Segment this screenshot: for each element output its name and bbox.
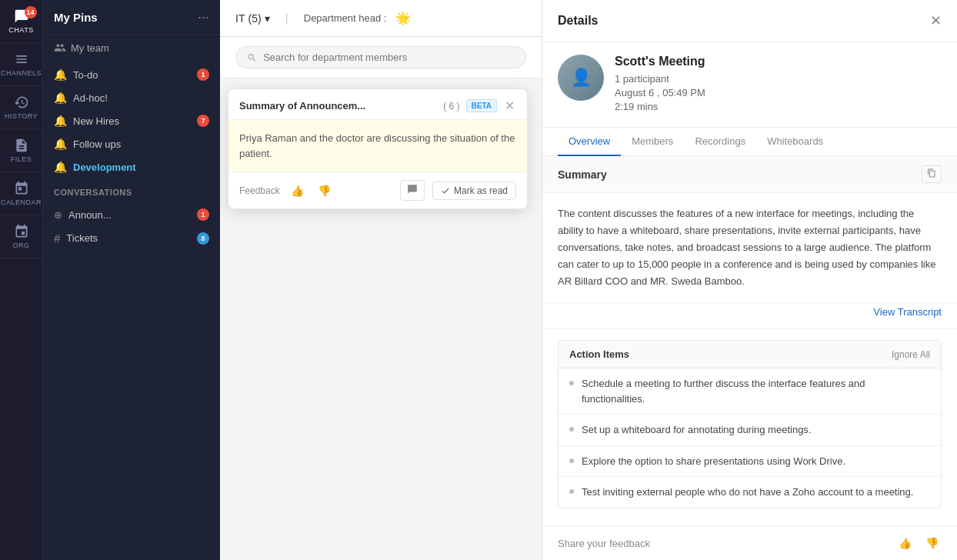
search-input[interactable] <box>263 52 515 63</box>
chevron-down-icon: ▾ <box>265 12 270 25</box>
pins-section: 🔔 To-do 1 🔔 Ad-hoc! 🔔 New Hires 7 🔔 Foll… <box>43 60 220 182</box>
meeting-info: 👤 Scott's Meeting 1 participant August 6… <box>542 42 957 128</box>
announcements-label: Announ... <box>68 209 112 221</box>
action-dot <box>569 427 574 432</box>
action-item-text: Explore the option to share presentation… <box>582 454 845 469</box>
tab-members[interactable]: Members <box>621 128 684 156</box>
dept-header: IT (5) ▾ | Department head : 🌟 <box>220 0 542 37</box>
sidebar-team[interactable]: My team <box>43 35 220 60</box>
nav-files[interactable]: FILES <box>0 129 43 172</box>
summary-section-label: Summary <box>558 168 607 181</box>
development-label: Development <box>73 162 136 173</box>
dept-head-emoji: 🌟 <box>395 11 411 25</box>
summary-popup-header: Summary of Announcem... ( 6 ) BETA ✕ <box>228 89 527 120</box>
feedback-label: Feedback <box>239 185 280 196</box>
summary-popup: Summary of Announcem... ( 6 ) BETA ✕ Pri… <box>228 88 528 209</box>
meeting-duration: 2:19 mins <box>615 101 705 112</box>
participant-count: 1 participant <box>615 73 705 85</box>
tab-overview[interactable]: Overview <box>558 128 621 156</box>
newhires-badge: 7 <box>197 115 209 127</box>
main-content: IT (5) ▾ | Department head : 🌟 Summary o… <box>220 0 542 560</box>
dept-tab[interactable]: IT (5) ▾ <box>235 12 270 25</box>
tab-recordings[interactable]: Recordings <box>684 128 756 156</box>
conversations-section: ⊕ Announ... 1 # Tickets 8 <box>43 200 220 253</box>
dept-tab-label: IT <box>235 12 245 25</box>
details-panel: Details ✕ 👤 Scott's Meeting 1 participan… <box>542 0 957 560</box>
summary-text: The content discusses the features of a … <box>542 193 957 303</box>
meeting-title: Scott's Meeting <box>615 55 705 68</box>
ignore-all-btn[interactable]: Ignore All <box>892 349 930 360</box>
action-item: Schedule a meeting to further discuss th… <box>559 368 941 415</box>
dept-tab-count: (5) <box>248 12 261 25</box>
globe-icon: ⊕ <box>54 209 62 221</box>
icon-nav: 14 CHATS CHANNELS HISTORY FILES CALENDAR… <box>0 0 43 560</box>
action-dot <box>569 489 574 494</box>
search-area <box>220 37 542 78</box>
action-items-header: Action Items Ignore All <box>559 341 941 368</box>
thumbs-down-btn[interactable]: 👎 <box>315 183 334 198</box>
todo-label: To-do <box>73 69 98 81</box>
view-transcript-link[interactable]: View Transcript <box>542 303 957 329</box>
hash-icon: # <box>54 232 60 245</box>
sidebar-item-development[interactable]: 🔔 Development <box>43 155 220 178</box>
thumbs-up-btn[interactable]: 👍 <box>288 183 307 198</box>
bell-icon-development: 🔔 <box>54 161 67 173</box>
adhoc-label: Ad-hoc! <box>73 92 108 104</box>
nav-channels[interactable]: CHANNELS <box>0 43 43 86</box>
summary-section-header: Summary <box>542 156 957 193</box>
feedback-thumbs-up-btn[interactable]: 👍 <box>895 535 915 551</box>
tickets-label: Tickets <box>66 232 98 244</box>
avatar: 👤 <box>558 55 604 101</box>
action-items-title: Action Items <box>569 348 629 360</box>
chats-badge: 14 <box>25 6 37 18</box>
copy-summary-btn[interactable] <box>922 165 942 183</box>
sidebar-item-adhoc[interactable]: 🔔 Ad-hoc! <box>43 86 220 109</box>
summary-close-btn[interactable]: ✕ <box>503 98 516 113</box>
sidebar-header: My Pins ··· <box>43 0 220 35</box>
action-item: Test inviting external people who do not… <box>559 477 941 508</box>
details-tabs: Overview Members Recordings Whiteboards <box>542 128 957 156</box>
sidebar-title: My Pins <box>54 11 98 24</box>
sidebar-item-followups[interactable]: 🔔 Follow ups <box>43 132 220 155</box>
newhires-label: New Hires <box>73 115 119 127</box>
followups-label: Follow ups <box>73 138 121 150</box>
sidebar-item-todo[interactable]: 🔔 To-do 1 <box>43 63 220 86</box>
tab-whiteboards[interactable]: Whiteboards <box>756 128 834 156</box>
message-btn[interactable] <box>400 180 425 201</box>
summary-popup-body: Priya Raman and the doctor are discussin… <box>228 120 527 172</box>
mark-as-read-btn[interactable]: Mark as read <box>432 182 516 200</box>
search-box <box>235 46 526 68</box>
todo-badge: 1 <box>197 68 209 81</box>
nav-calendar[interactable]: CALENDAR <box>0 172 43 215</box>
action-item-text: Schedule a meeting to further discuss th… <box>582 376 930 406</box>
action-item-text: Set up a whiteboard for annotating durin… <box>582 422 811 438</box>
sidebar-item-newhires[interactable]: 🔔 New Hires 7 <box>43 109 220 132</box>
action-item: Set up a whiteboard for annotating durin… <box>559 415 941 446</box>
action-item-text: Test inviting external people who do not… <box>582 485 913 500</box>
feedback-thumbs-down-btn[interactable]: 👎 <box>922 535 942 551</box>
details-body: Summary The content discusses the featur… <box>542 156 957 525</box>
nav-chats[interactable]: 14 CHATS <box>0 0 43 43</box>
summary-popup-title: Summary of Announcem... <box>239 100 437 112</box>
details-panel-title: Details <box>558 14 598 28</box>
beta-badge: BETA <box>466 99 497 112</box>
sidebar-item-announcements[interactable]: ⊕ Announ... 1 <box>43 203 220 226</box>
sidebar-item-tickets[interactable]: # Tickets 8 <box>43 226 220 250</box>
bell-icon-todo: 🔔 <box>54 68 67 81</box>
conversations-section-label: Conversations <box>43 182 220 200</box>
dept-head-label: Department head : <box>304 12 387 24</box>
summary-popup-count: ( 6 ) <box>443 101 459 112</box>
feedback-placeholder: Share your feedback <box>558 538 888 549</box>
team-label: My team <box>71 42 109 54</box>
action-dot <box>569 381 574 385</box>
details-feedback: Share your feedback 👍 👎 <box>542 525 957 560</box>
dept-divider: | <box>285 12 288 25</box>
bell-icon-newhires: 🔔 <box>54 115 67 127</box>
details-close-btn[interactable]: ✕ <box>930 12 942 29</box>
nav-history[interactable]: HISTORY <box>0 86 43 129</box>
summary-popup-footer: Feedback 👍 👎 Mark as read <box>228 172 527 208</box>
action-items-section: Action Items Ignore All Schedule a meeti… <box>558 340 942 508</box>
sidebar: My Pins ··· My team 🔔 To-do 1 🔔 Ad-hoc! … <box>43 0 220 560</box>
nav-org[interactable]: ORG <box>0 215 43 258</box>
sidebar-more-btn[interactable]: ··· <box>198 9 209 25</box>
